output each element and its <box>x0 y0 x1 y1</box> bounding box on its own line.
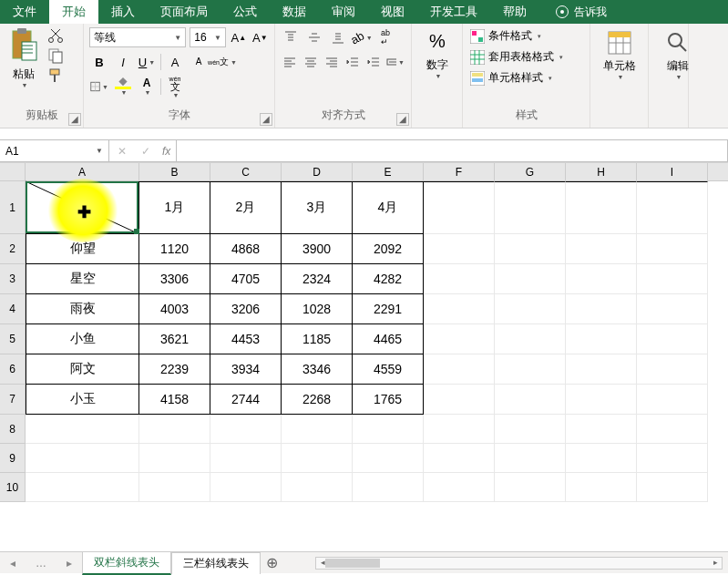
cell-I9[interactable] <box>637 444 708 473</box>
font-color-button[interactable]: A▼ <box>137 77 157 97</box>
cell-D9[interactable] <box>282 444 353 473</box>
cell-B9[interactable] <box>139 444 210 473</box>
paste-button[interactable]: 粘贴 ▼ <box>5 27 42 88</box>
cell-A4[interactable]: 雨夜 <box>26 294 139 324</box>
select-all-corner[interactable] <box>0 163 26 180</box>
cell-F1[interactable] <box>424 181 495 234</box>
cell-C2[interactable]: 4868 <box>210 234 282 264</box>
cell-B3[interactable]: 3306 <box>139 264 210 294</box>
cell-A2[interactable]: 仰望 <box>26 234 139 264</box>
cell-B8[interactable] <box>139 415 210 444</box>
row-header-8[interactable]: 8 <box>0 415 26 444</box>
tab-data[interactable]: 数据 <box>270 0 319 24</box>
cell-F4[interactable] <box>424 294 495 324</box>
cell-C5[interactable]: 4453 <box>210 324 282 354</box>
cell-F5[interactable] <box>424 324 495 354</box>
paste-dropdown-icon[interactable]: ▼ <box>7 82 42 88</box>
cell-F8[interactable] <box>424 415 495 444</box>
scroll-right-icon[interactable]: ▸ <box>709 558 722 569</box>
borders-button[interactable]: ▼ <box>89 77 109 97</box>
font-size-combo[interactable]: 16▼ <box>190 27 226 47</box>
row-header-6[interactable]: 6 <box>0 354 26 385</box>
row-header-10[interactable]: 10 <box>0 473 26 502</box>
formula-enter-icon[interactable]: ✓ <box>138 145 153 158</box>
number-label[interactable]: 数字 <box>426 57 448 73</box>
cell-I4[interactable] <box>637 294 708 324</box>
align-launcher-icon[interactable]: ◢ <box>396 113 409 126</box>
sheet-tab-0[interactable]: 双栏斜线表头 <box>82 551 171 575</box>
cell-E4[interactable]: 2291 <box>353 294 424 324</box>
cell-E8[interactable] <box>353 415 424 444</box>
cut-icon[interactable] <box>47 27 64 44</box>
cell-H10[interactable] <box>566 473 637 502</box>
col-header-B[interactable]: B <box>139 163 210 180</box>
pinyin-guide-button[interactable]: wén文▼ <box>165 77 185 97</box>
tab-file[interactable]: 文件 <box>0 0 49 24</box>
cell-A3[interactable]: 星空 <box>26 264 139 294</box>
cell-E3[interactable]: 4282 <box>353 264 424 294</box>
fill-color-button[interactable]: ▼ <box>113 77 133 97</box>
clipboard-launcher-icon[interactable]: ◢ <box>68 113 81 126</box>
cell-I1[interactable] <box>637 181 708 234</box>
tab-page-layout[interactable]: 页面布局 <box>148 0 220 24</box>
cell-H2[interactable] <box>566 234 637 264</box>
cell-F7[interactable] <box>424 385 495 415</box>
wrap-text-icon[interactable]: ab↵ <box>375 27 395 47</box>
formula-input[interactable] <box>177 139 728 162</box>
tab-developer[interactable]: 开发工具 <box>417 0 490 24</box>
sheet-nav-next-icon[interactable]: ▸ <box>67 557 72 570</box>
col-header-G[interactable]: G <box>495 163 566 180</box>
cell-I10[interactable] <box>637 473 708 502</box>
percent-icon[interactable]: % <box>429 31 446 52</box>
cell-F6[interactable] <box>424 354 495 385</box>
decrease-indent-icon[interactable] <box>343 52 361 72</box>
row-header-4[interactable]: 4 <box>0 294 26 324</box>
cell-E7[interactable]: 1765 <box>353 385 424 415</box>
col-header-F[interactable]: F <box>424 163 495 180</box>
table-format-button[interactable]: 套用表格格式▾ <box>468 48 584 66</box>
cell-H1[interactable] <box>566 181 637 234</box>
cell-G5[interactable] <box>495 324 566 354</box>
increase-indent-icon[interactable] <box>364 52 382 72</box>
cell-H9[interactable] <box>566 444 637 473</box>
cell-D5[interactable]: 1185 <box>282 324 353 354</box>
merge-center-icon[interactable]: ▼ <box>385 52 405 72</box>
cell-F10[interactable] <box>424 473 495 502</box>
cell-B4[interactable]: 4003 <box>139 294 210 324</box>
cell-C8[interactable] <box>210 415 282 444</box>
cell-H4[interactable] <box>566 294 637 324</box>
cell-G7[interactable] <box>495 385 566 415</box>
cell-B1[interactable]: 1月 <box>139 181 210 234</box>
align-right-icon[interactable] <box>323 52 340 72</box>
cells-button[interactable]: 单元格 ▼ <box>596 27 643 80</box>
sheet-tab-1[interactable]: 三栏斜线表头 <box>171 552 261 574</box>
cell-F2[interactable] <box>424 234 495 264</box>
sheet-nav-first-icon[interactable]: ◂ <box>10 557 15 570</box>
col-header-H[interactable]: H <box>566 163 637 180</box>
cell-C4[interactable]: 3206 <box>210 294 282 324</box>
cell-A1[interactable] <box>26 181 139 234</box>
cell-C3[interactable]: 4705 <box>210 264 282 294</box>
cell-A6[interactable]: 阿文 <box>26 354 139 385</box>
cell-D8[interactable] <box>282 415 353 444</box>
cell-D10[interactable] <box>282 473 353 502</box>
cell-G1[interactable] <box>495 181 566 234</box>
align-left-icon[interactable] <box>281 52 298 72</box>
cell-D3[interactable]: 2324 <box>282 264 353 294</box>
cell-G4[interactable] <box>495 294 566 324</box>
cell-A7[interactable]: 小玉 <box>26 385 139 415</box>
cell-C7[interactable]: 2744 <box>210 385 282 415</box>
col-header-E[interactable]: E <box>353 163 424 180</box>
decrease-font-icon[interactable]: A▼ <box>251 27 270 47</box>
row-header-7[interactable]: 7 <box>0 385 26 415</box>
cell-H5[interactable] <box>566 324 637 354</box>
font-name-combo[interactable]: 等线▼ <box>89 27 186 47</box>
cell-C6[interactable]: 3934 <box>210 354 282 385</box>
cell-G2[interactable] <box>495 234 566 264</box>
cell-D6[interactable]: 3346 <box>282 354 353 385</box>
cell-I3[interactable] <box>637 264 708 294</box>
cell-B7[interactable]: 4158 <box>139 385 210 415</box>
cell-C9[interactable] <box>210 444 282 473</box>
horizontal-scrollbar[interactable]: ◂ ▸ <box>315 557 723 570</box>
number-dropdown-icon[interactable]: ▼ <box>436 73 442 79</box>
